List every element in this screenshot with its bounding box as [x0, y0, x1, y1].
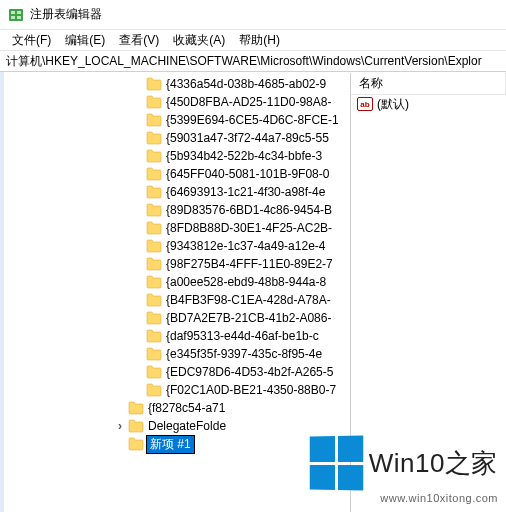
folder-icon	[146, 131, 162, 145]
tree-item[interactable]: {BD7A2E7B-21CB-41b2-A086-	[132, 309, 350, 327]
col-name[interactable]: 名称	[351, 73, 506, 94]
menu-favorites[interactable]: 收藏夹(A)	[167, 31, 231, 50]
tree-pane[interactable]: {4336a54d-038b-4685-ab02-9{450D8FBA-AD25…	[0, 73, 350, 512]
tree-item[interactable]: {e345f35f-9397-435c-8f95-4e	[132, 345, 350, 363]
list-row-default[interactable]: ab (默认)	[351, 95, 506, 113]
svg-rect-3	[17, 11, 21, 14]
window-title: 注册表编辑器	[30, 6, 102, 23]
tree-item[interactable]: {645FF040-5081-101B-9F08-0	[132, 165, 350, 183]
tree-item[interactable]: {5399E694-6CE5-4D6C-8FCE-1	[132, 111, 350, 129]
tree-item-label: {F02C1A0D-BE21-4350-88B0-7	[164, 383, 338, 397]
folder-icon	[146, 239, 162, 253]
folder-icon	[146, 77, 162, 91]
tree-item[interactable]: {f8278c54-a71	[114, 399, 350, 417]
svg-rect-2	[11, 16, 15, 19]
chevron-right-icon[interactable]: ›	[114, 420, 126, 432]
regedit-icon	[8, 7, 24, 23]
tree-item[interactable]: {98F275B4-4FFF-11E0-89E2-7	[132, 255, 350, 273]
titlebar: 注册表编辑器	[0, 0, 506, 30]
tree-item[interactable]: ›DelegateFolde	[114, 417, 350, 435]
menu-view[interactable]: 查看(V)	[113, 31, 165, 50]
folder-icon	[146, 185, 162, 199]
tree-item-label: {9343812e-1c37-4a49-a12e-4	[164, 239, 327, 253]
tree-item-label: {5b934b42-522b-4c34-bbfe-3	[164, 149, 324, 163]
tree-item-label: {89D83576-6BD1-4c86-9454-B	[164, 203, 334, 217]
menubar: 文件(F) 编辑(E) 查看(V) 收藏夹(A) 帮助(H)	[0, 30, 506, 50]
tree-item-label: {64693913-1c21-4f30-a98f-4e	[164, 185, 327, 199]
folder-icon	[128, 437, 144, 451]
menu-file[interactable]: 文件(F)	[6, 31, 57, 50]
tree-item-label: {e345f35f-9397-435c-8f95-4e	[164, 347, 324, 361]
folder-icon	[146, 311, 162, 325]
folder-icon	[146, 257, 162, 271]
watermark: Win10之家 www.win10xitong.com	[309, 436, 498, 504]
tree-item-label: {BD7A2E7B-21CB-41b2-A086-	[164, 311, 333, 325]
tree-item-label: DelegateFolde	[146, 419, 228, 433]
tree-item-label: {4336a54d-038b-4685-ab02-9	[164, 77, 328, 91]
tree-item-label: {98F275B4-4FFF-11E0-89E2-7	[164, 257, 335, 271]
tree-item[interactable]: {89D83576-6BD1-4c86-9454-B	[132, 201, 350, 219]
tree-item[interactable]: {a00ee528-ebd9-48b8-944a-8	[132, 273, 350, 291]
tree-item-label: {450D8FBA-AD25-11D0-98A8-	[164, 95, 333, 109]
tree-item-label: {645FF040-5081-101B-9F08-0	[164, 167, 331, 181]
tree-item-label: {5399E694-6CE5-4D6C-8FCE-1	[164, 113, 341, 127]
string-value-icon: ab	[357, 97, 373, 111]
tree-item[interactable]: {B4FB3F98-C1EA-428d-A78A-	[132, 291, 350, 309]
folder-icon	[146, 383, 162, 397]
tree-item-label: {8FD8B88D-30E1-4F25-AC2B-	[164, 221, 334, 235]
tree-item[interactable]: {8FD8B88D-30E1-4F25-AC2B-	[132, 219, 350, 237]
svg-rect-4	[17, 16, 21, 19]
tree-item[interactable]: {450D8FBA-AD25-11D0-98A8-	[132, 93, 350, 111]
menu-edit[interactable]: 编辑(E)	[59, 31, 111, 50]
menu-help[interactable]: 帮助(H)	[233, 31, 286, 50]
addressbar[interactable]: 计算机\HKEY_LOCAL_MACHINE\SOFTWARE\Microsof…	[0, 50, 506, 72]
folder-icon	[146, 365, 162, 379]
folder-icon	[146, 329, 162, 343]
watermark-url: www.win10xitong.com	[380, 492, 498, 504]
tree-item-label: {f8278c54-a71	[146, 401, 227, 415]
tree-item-label: {B4FB3F98-C1EA-428d-A78A-	[164, 293, 333, 307]
folder-icon	[146, 113, 162, 127]
folder-icon	[146, 203, 162, 217]
folder-icon	[146, 275, 162, 289]
svg-rect-1	[11, 11, 15, 14]
svg-rect-0	[9, 9, 23, 21]
watermark-text: Win10之家	[369, 446, 498, 481]
folder-icon	[146, 149, 162, 163]
windows-logo-icon	[310, 435, 363, 490]
tree-item-label: {59031a47-3f72-44a7-89c5-55	[164, 131, 331, 145]
folder-icon	[146, 293, 162, 307]
folder-icon	[128, 401, 144, 415]
list-header: 名称	[351, 73, 506, 95]
tree-item[interactable]: {9343812e-1c37-4a49-a12e-4	[132, 237, 350, 255]
tree-item-label: {daf95313-e44d-46af-be1b-c	[164, 329, 321, 343]
folder-icon	[146, 221, 162, 235]
tree-item-label: {EDC978D6-4D53-4b2f-A265-5	[164, 365, 335, 379]
tree-item-label: 新项 #1	[146, 435, 195, 454]
folder-icon	[146, 347, 162, 361]
value-name: (默认)	[377, 96, 409, 113]
tree-item[interactable]: {5b934b42-522b-4c34-bbfe-3	[132, 147, 350, 165]
tree-item[interactable]: {daf95313-e44d-46af-be1b-c	[132, 327, 350, 345]
folder-icon	[146, 95, 162, 109]
tree-item[interactable]: {EDC978D6-4D53-4b2f-A265-5	[132, 363, 350, 381]
tree-item[interactable]: {4336a54d-038b-4685-ab02-9	[132, 75, 350, 93]
folder-icon	[146, 167, 162, 181]
tree-item[interactable]: {59031a47-3f72-44a7-89c5-55	[132, 129, 350, 147]
folder-icon	[128, 419, 144, 433]
tree-item-label: {a00ee528-ebd9-48b8-944a-8	[164, 275, 328, 289]
tree-item[interactable]: {64693913-1c21-4f30-a98f-4e	[132, 183, 350, 201]
address-text: 计算机\HKEY_LOCAL_MACHINE\SOFTWARE\Microsof…	[6, 53, 482, 70]
tree-item[interactable]: {F02C1A0D-BE21-4350-88B0-7	[132, 381, 350, 399]
